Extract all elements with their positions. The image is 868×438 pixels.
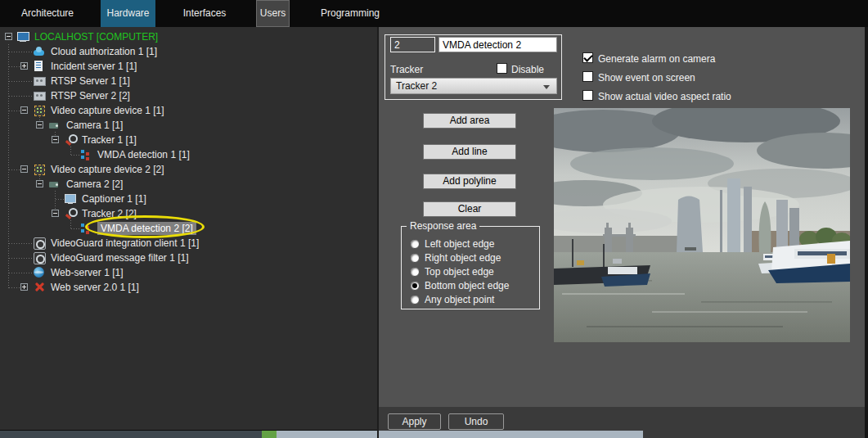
tree-row: VideoGuard integration client 1 [1] (0, 237, 377, 250)
response-area-legend: Response area (407, 220, 479, 232)
rtsp-server-icon (34, 75, 45, 87)
rtsp-server-icon (34, 90, 45, 102)
tree-row: Camera 1 [1] (0, 119, 377, 132)
tree-row: RTSP Server 1 [1] (0, 75, 377, 88)
tree-expander-collapse[interactable] (5, 33, 12, 40)
tree-row: Captioner 1 [1] (0, 192, 377, 205)
tab-programming[interactable]: Programming (315, 0, 385, 27)
generate-alarm-label: Generate alarm on camera (598, 53, 715, 65)
radio-label: Bottom object edge (425, 280, 509, 291)
generate-alarm-checkbox[interactable] (582, 52, 593, 63)
clear-button[interactable]: Clear (423, 201, 516, 217)
tree-row: Cloud authorization 1 [1] (0, 45, 377, 58)
disable-checkbox[interactable] (497, 63, 507, 74)
tree-item-label[interactable]: Camera 1 [1] (66, 119, 123, 132)
tab-hardware[interactable]: Hardware (101, 0, 155, 27)
tree-hscrollbar-track-left[interactable] (0, 431, 262, 438)
show-event-checkbox[interactable] (582, 71, 593, 82)
radio-label: Right object edge (425, 252, 501, 264)
add-polyline-button[interactable]: Add polyline (423, 174, 516, 189)
tree-item-label[interactable]: Cloud authorization 1 [1] (51, 45, 157, 58)
vmda-detection-icon (80, 149, 92, 160)
tree-hscrollbar-marker[interactable] (262, 431, 277, 438)
panel-divider (377, 27, 379, 438)
left-object-edge-radio[interactable] (410, 239, 420, 249)
tree-row: Tracker 2 [2] (0, 207, 377, 220)
tree-item-label[interactable]: Captioner 1 [1] (82, 192, 146, 205)
videoguard-icon (34, 252, 45, 264)
tree-item-label[interactable]: Video capture device 2 [2] (51, 163, 164, 176)
camera-preview-image (554, 108, 850, 342)
tree-row: Web-server 1 [1] (0, 266, 377, 279)
camera-icon (49, 178, 61, 190)
object-name-field[interactable] (438, 37, 557, 52)
any-object-point-radio[interactable] (410, 295, 420, 305)
tab-interfaces[interactable]: Interfaces (168, 0, 241, 27)
globe-icon (34, 267, 45, 278)
tree-row: Camera 2 [2] (0, 178, 377, 191)
show-event-label: Show event on screen (598, 72, 695, 84)
device-tree-panel: LOCALHOST [COMPUTER] Cloud authorization… (0, 27, 377, 430)
tree-item-label[interactable]: Tracker 2 [2] (82, 207, 137, 220)
tree-row: Web server 2.0 1 [1] (0, 281, 377, 294)
tree-expander-expand[interactable] (20, 62, 28, 70)
tab-architecture[interactable]: Architecture (8, 0, 87, 27)
undo-button[interactable]: Undo (448, 413, 504, 430)
radio-label: Any object point (425, 294, 494, 305)
object-id-field[interactable] (390, 37, 435, 52)
aspect-ratio-label: Show actual video aspect ratio (598, 91, 731, 102)
tree-expander-collapse[interactable] (52, 136, 59, 143)
tree-expander-expand[interactable] (20, 283, 28, 291)
tree-item-label[interactable]: VMDA detection 1 [1] (97, 148, 190, 161)
disable-label: Disable (511, 64, 544, 75)
tracker-label: Tracker (390, 64, 423, 75)
tree-item-label[interactable]: RTSP Server 2 [2] (51, 89, 130, 102)
tree-row: Tracker 1 [1] (0, 133, 377, 147)
vmda-detection-icon (80, 223, 92, 234)
tree-item-label[interactable]: Web-server 1 [1] (51, 266, 123, 279)
tracker-icon (65, 208, 76, 219)
tree-item-label-selected[interactable]: VMDA detection 2 [2] (97, 222, 196, 235)
capture-device-icon (34, 164, 45, 175)
window-right-border (865, 27, 868, 438)
tree-row: Video capture device 1 [1] (0, 104, 377, 117)
tree-row: RTSP Server 2 [2] (0, 89, 377, 102)
add-line-button[interactable]: Add line (423, 144, 516, 160)
tree-row: Incident server 1 [1] (0, 60, 377, 73)
tree-row: Video capture device 2 [2] (0, 163, 377, 176)
add-area-button[interactable]: Add area (423, 113, 516, 129)
tree-item-label[interactable]: LOCALHOST [COMPUTER] (34, 30, 158, 43)
tab-users[interactable]: Users (256, 0, 290, 27)
radio-label: Left object edge (425, 238, 494, 250)
top-object-edge-radio[interactable] (410, 267, 420, 277)
tree-item-label[interactable]: VideoGuard message filter 1 [1] (51, 251, 189, 264)
camera-icon (49, 120, 61, 131)
capture-device-icon (34, 105, 45, 116)
tree-item-label[interactable]: Tracker 1 [1] (82, 133, 137, 147)
videoguard-icon (34, 237, 45, 249)
tree-expander-collapse[interactable] (20, 165, 28, 173)
tree-item-label[interactable]: Camera 2 [2] (66, 178, 123, 191)
right-object-edge-radio[interactable] (410, 253, 420, 263)
tree-expander-collapse[interactable] (36, 121, 43, 129)
tree-item-label[interactable]: Incident server 1 [1] (51, 60, 137, 73)
tree-hscrollbar-track-right[interactable] (277, 431, 643, 438)
apply-button[interactable]: Apply (388, 413, 441, 430)
tree-expander-collapse[interactable] (20, 106, 28, 114)
tracker-icon (65, 134, 76, 146)
cloud-icon (34, 46, 45, 57)
tree-item-label[interactable]: Web server 2.0 1 [1] (51, 281, 139, 294)
tree-item-label[interactable]: Video capture device 1 [1] (51, 104, 164, 117)
tree-item-label[interactable]: RTSP Server 1 [1] (51, 75, 130, 88)
incident-server-icon (34, 61, 45, 72)
red-x-icon (34, 282, 45, 293)
tree-expander-collapse[interactable] (52, 210, 59, 217)
camera-preview[interactable] (554, 108, 850, 342)
bottom-object-edge-radio[interactable] (410, 281, 420, 291)
tree-row: VMDA detection 2 [2] (0, 222, 377, 235)
captioner-icon (65, 193, 76, 205)
aspect-ratio-checkbox[interactable] (582, 90, 593, 101)
tree-item-label[interactable]: VideoGuard integration client 1 [1] (51, 237, 199, 250)
tracker-select[interactable]: Tracker 2 (390, 78, 557, 94)
tree-expander-collapse[interactable] (36, 180, 43, 187)
